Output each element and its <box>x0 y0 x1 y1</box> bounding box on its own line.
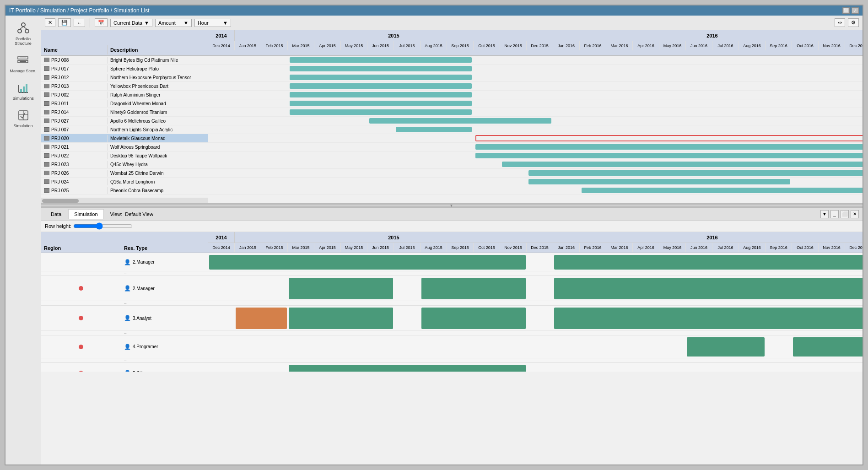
bottom-row[interactable]: 👤2.Manager <box>41 276 208 301</box>
bottom-row-restype: 👤3.Analyst <box>121 314 208 322</box>
row-ellipsis: ··· <box>41 301 208 306</box>
row-expand-icon[interactable] <box>44 127 49 132</box>
red-dot-icon <box>79 286 83 291</box>
simulation-icon <box>16 108 31 123</box>
row-expand-icon[interactable] <box>44 136 49 140</box>
gantt-bar[interactable] <box>290 92 472 97</box>
sidebar-item-manage-scenarios[interactable]: Manage Scen. <box>8 51 38 75</box>
gantt-row[interactable]: PRJ 025Pheonix Cobra Basecamp <box>41 186 208 195</box>
row-expand-icon[interactable] <box>44 162 49 167</box>
row-expand-icon[interactable] <box>44 75 49 80</box>
gantt-row[interactable]: PRJ 012Northern Hexposure Porphyrous Ten… <box>41 73 208 82</box>
hour-dropdown[interactable]: Hour ▼ <box>194 19 231 27</box>
row-expand-icon[interactable] <box>44 92 49 97</box>
chart-row <box>208 108 863 117</box>
row-expand-icon[interactable] <box>44 145 49 149</box>
row-expand-icon[interactable] <box>44 179 49 184</box>
red-dot-icon <box>79 371 83 372</box>
gantt-bar[interactable] <box>475 135 863 141</box>
gantt-row[interactable]: PRJ 023Q45c Whey Hydra <box>41 160 208 169</box>
gantt-bar[interactable] <box>396 127 472 132</box>
tab-dropdown-button[interactable]: ▼ <box>820 210 829 218</box>
manage-scenarios-icon <box>16 53 30 68</box>
sidebar-item-simulation[interactable]: Simulation <box>11 106 34 130</box>
bottom-chart-row <box>208 276 863 301</box>
row-expand-icon[interactable] <box>44 153 49 158</box>
gantt-bar[interactable] <box>502 162 863 167</box>
gantt-row[interactable]: PRJ 020Movietalk Glaucous Monad <box>41 134 208 143</box>
row-name-cell: PRJ 011 <box>41 100 108 107</box>
bottom-left-panel: Region Res. Type 👤2.Manager···👤2.Manager… <box>41 232 208 372</box>
close-button[interactable]: ✕ <box>45 18 55 27</box>
row-expand-icon[interactable] <box>44 110 49 114</box>
row-expand-icon[interactable] <box>44 188 49 193</box>
amount-dropdown[interactable]: Amount ▼ <box>155 19 192 27</box>
row-desc-cell: Ralph Aluminium Stinger <box>108 92 208 98</box>
gantt-bar[interactable] <box>290 75 472 80</box>
bottom-row[interactable]: 👤4.Programer <box>41 335 208 358</box>
chart-row-ellipsis <box>208 271 863 276</box>
gantt-bar[interactable] <box>290 57 472 63</box>
gantt-row[interactable]: PRJ 002Ralph Aluminium Stinger <box>41 91 208 99</box>
gantt-bar[interactable] <box>528 179 790 184</box>
bottom-row-restype: 👤4.Programer <box>121 343 208 351</box>
svg-rect-12 <box>23 86 25 92</box>
bottom-chart-header: 2014201520162017Dec 2014Jan 2015Feb 2015… <box>208 232 863 253</box>
gantt-bar[interactable] <box>290 101 472 106</box>
maximize-button[interactable]: ⤢ <box>852 7 859 14</box>
row-expand-icon[interactable] <box>44 101 49 106</box>
chart-row <box>208 160 863 169</box>
row-expand-icon[interactable] <box>44 171 49 175</box>
simulations-icon <box>16 81 31 95</box>
row-expand-icon[interactable] <box>44 66 49 71</box>
row-name-cell: PRJ 007 <box>41 126 108 133</box>
gantt-bar[interactable] <box>475 144 863 150</box>
tab-simulation[interactable]: Simulation <box>68 209 103 219</box>
gantt-row[interactable]: PRJ 017Sphere Heliotrope Plato <box>41 65 208 73</box>
settings-button[interactable]: ⚙ <box>848 18 859 27</box>
row-expand-icon[interactable] <box>44 58 49 62</box>
tab-restore-button[interactable]: ⬜ <box>841 210 849 218</box>
gantt-bar[interactable] <box>369 118 551 124</box>
row-desc-cell: Northern Lights Sinopia Acrylic <box>108 126 208 133</box>
calendar-button[interactable]: 📅 <box>95 18 108 27</box>
tab-data[interactable]: Data <box>45 209 67 219</box>
gantt-bar[interactable] <box>582 188 863 193</box>
row-height-slider[interactable] <box>73 222 133 230</box>
restore-button[interactable]: ⬜ <box>842 7 850 14</box>
res-type-icon: 👤 <box>124 285 131 292</box>
gantt-scrollbar-h[interactable] <box>41 198 208 203</box>
gantt-row[interactable]: PRJ 022Desktop 98 Taupe Wolfpack <box>41 151 208 160</box>
tab-close-button[interactable]: ✕ <box>851 210 859 218</box>
gantt-row[interactable]: PRJ 021Wolf Atrous Springboard <box>41 143 208 151</box>
bottom-row[interactable]: 👤3.Analyst <box>41 306 208 331</box>
row-expand-icon[interactable] <box>44 119 49 123</box>
sidebar-item-simulations[interactable]: Simulations <box>11 79 36 103</box>
bottom-row[interactable]: 👤2.Manager <box>41 253 208 271</box>
gantt-row[interactable]: PRJ 007Northern Lights Sinopia Acrylic <box>41 125 208 134</box>
gantt-row[interactable]: PRJ 027Apollo 6 Melichrous Galileo <box>41 117 208 125</box>
sidebar-item-portfolio-structure[interactable]: Portfolio Structure <box>7 19 39 48</box>
svg-rect-13 <box>26 84 27 92</box>
tab-minimize-button[interactable]: _ <box>830 210 839 218</box>
gantt-bar[interactable] <box>475 153 863 158</box>
bottom-row-restype: 👤2.Manager <box>121 258 208 266</box>
gantt-row[interactable]: PRJ 011Dragonkid Wheaten Monad <box>41 99 208 108</box>
gantt-bar[interactable] <box>290 66 472 71</box>
bottom-row[interactable]: 👤5.Other <box>41 363 208 372</box>
gantt-bar[interactable] <box>528 170 863 176</box>
gantt-bar[interactable] <box>290 109 472 115</box>
gantt-row[interactable]: PRJ 014Ninety9 Goldenrod Titanium <box>41 108 208 117</box>
current-data-dropdown[interactable]: Current Data ▼ <box>110 19 152 27</box>
filter-button[interactable]: ⇔ <box>835 18 845 27</box>
gantt-row[interactable]: PRJ 024Q16a Morel Longhorn <box>41 178 208 186</box>
gantt-row[interactable]: PRJ 013Yellowbox Phoeniceous Dart <box>41 82 208 91</box>
gantt-row[interactable]: PRJ 026Wombat 25 Citrine Darwin <box>41 169 208 178</box>
row-expand-icon[interactable] <box>44 84 49 88</box>
gantt-left-panel: Name Description PRJ 008Bright Bytes Big… <box>41 30 208 203</box>
svg-line-4 <box>23 27 27 29</box>
gantt-bar[interactable] <box>290 83 472 89</box>
save-button[interactable]: 💾 <box>58 18 71 27</box>
back-button[interactable]: ← <box>74 19 85 27</box>
gantt-row[interactable]: PRJ 008Bright Bytes Big Cd Platinum Nile <box>41 56 208 65</box>
